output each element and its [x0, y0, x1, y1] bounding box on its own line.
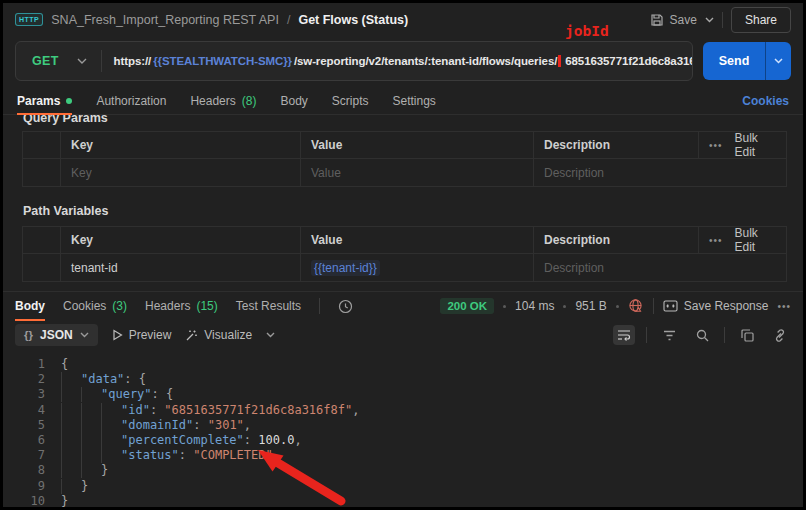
- code-token: "data": [81, 372, 124, 386]
- meta-separator-dot: [503, 305, 506, 308]
- save-button[interactable]: Save: [650, 13, 697, 27]
- bulk-edit-button[interactable]: Bulk Edit: [735, 226, 776, 254]
- line-number: 5: [3, 418, 61, 433]
- toolbar-divider: [646, 327, 647, 343]
- indent-guide: [61, 448, 81, 463]
- url-bar: GET https://{{STEALTHWATCH-SMC}}/sw-repo…: [15, 41, 693, 81]
- wrap-text-button[interactable]: [613, 325, 635, 345]
- code-line: 7"status": "COMPLETED": [3, 448, 803, 463]
- send-button[interactable]: Send: [703, 42, 765, 80]
- tab-params[interactable]: Params: [17, 88, 72, 114]
- bulk-edit-cell: ••• Bulk Edit: [699, 227, 786, 254]
- cookies-link[interactable]: Cookies: [742, 94, 789, 108]
- response-size[interactable]: 951 B: [575, 299, 606, 313]
- breadcrumb-separator: /: [287, 13, 290, 27]
- visualize-wand-icon: [185, 329, 198, 342]
- code-token: }: [61, 494, 68, 507]
- code-token: }: [81, 479, 88, 493]
- response-tab-test-results[interactable]: Test Results: [236, 292, 301, 320]
- bulk-edit-cell: ••• Bulk Edit: [699, 132, 786, 159]
- code-line: 8}: [3, 463, 803, 478]
- description-input[interactable]: Description: [534, 159, 786, 186]
- tab-authorization[interactable]: Authorization: [96, 88, 166, 114]
- history-icon[interactable]: [338, 299, 353, 314]
- copy-button[interactable]: [736, 325, 758, 345]
- line-number: 7: [3, 448, 61, 463]
- code-token: :: [179, 448, 193, 462]
- code-line: 4"id": "6851635771f21d6c8a316f8f",: [3, 403, 803, 418]
- visualize-button[interactable]: Visualize: [185, 328, 252, 342]
- filter-icon: [663, 330, 676, 341]
- more-options-icon[interactable]: •••: [709, 235, 723, 246]
- network-warning-icon[interactable]: [628, 298, 644, 314]
- wrap-text-icon: [617, 329, 631, 341]
- key-input[interactable]: Key: [61, 159, 301, 186]
- response-divider: [653, 298, 654, 314]
- bulk-edit-button[interactable]: Bulk Edit: [735, 131, 776, 159]
- visualize-chevron-icon[interactable]: [266, 332, 275, 338]
- status-badge[interactable]: 200 OK: [440, 298, 494, 314]
- response-tab-headers-label: Headers: [145, 299, 190, 313]
- code-token: {: [61, 357, 68, 371]
- code-tools: [613, 325, 791, 345]
- save-menu-chevron-icon[interactable]: [705, 17, 714, 23]
- response-tab-cookies[interactable]: Cookies (3): [63, 292, 127, 320]
- json-code[interactable]: 1{2"data": {3"query": {4"id": "685163577…: [3, 350, 803, 507]
- braces-icon: {}: [24, 329, 33, 341]
- response-tab-body[interactable]: Body: [15, 292, 45, 320]
- path-variable-value[interactable]: {{tenant-id}}: [301, 254, 534, 281]
- indent-guide: [101, 448, 121, 463]
- filter-button[interactable]: [658, 325, 680, 345]
- request-header: HTTP SNA_Fresh_Import_Reporting REST API…: [3, 3, 803, 36]
- save-label: Save: [670, 13, 697, 27]
- row-handle-cell: [23, 132, 61, 159]
- code-line-content: "data": {: [61, 372, 146, 386]
- code-line: 5"domainId": "301",: [3, 418, 803, 433]
- code-line-content: }: [61, 494, 68, 507]
- url-input[interactable]: https://{{STEALTHWATCH-SMC}}/sw-reportin…: [102, 55, 692, 67]
- search-button[interactable]: [691, 325, 713, 345]
- preview-button[interactable]: Preview: [112, 328, 172, 342]
- path-variable-key[interactable]: tenant-id: [61, 254, 301, 281]
- code-token: "domainId": [121, 418, 193, 432]
- response-time[interactable]: 104 ms: [515, 299, 554, 313]
- line-number: 4: [3, 403, 61, 418]
- response-more-icon[interactable]: •••: [777, 301, 791, 312]
- indent-guide: [61, 418, 81, 433]
- method-selector[interactable]: GET: [16, 54, 101, 68]
- save-response-button[interactable]: Save Response: [663, 299, 769, 313]
- share-button[interactable]: Share: [731, 7, 791, 33]
- tab-authorization-label: Authorization: [96, 94, 166, 108]
- meta-separator-dot: [616, 305, 619, 308]
- response-tab-headers[interactable]: Headers (15): [145, 292, 218, 320]
- tab-settings[interactable]: Settings: [393, 88, 436, 114]
- indent-guide: [81, 403, 101, 418]
- send-options-chevron[interactable]: [765, 42, 791, 80]
- tab-params-label: Params: [17, 94, 60, 108]
- code-token: "percentComplete": [121, 433, 244, 447]
- tab-body[interactable]: Body: [280, 88, 307, 114]
- description-input[interactable]: Description: [534, 254, 786, 281]
- params-active-dot: [66, 98, 72, 104]
- link-button[interactable]: [769, 325, 791, 345]
- more-options-icon[interactable]: •••: [709, 140, 723, 151]
- toolbar-divider: [724, 327, 725, 343]
- indent-guide: [61, 372, 81, 387]
- tab-scripts-label: Scripts: [332, 94, 369, 108]
- code-token: :: [193, 418, 207, 432]
- format-selector[interactable]: {} JSON: [15, 324, 98, 346]
- value-input[interactable]: Value: [301, 159, 534, 186]
- tab-headers-label: Headers: [190, 94, 235, 108]
- headers-count: (8): [242, 94, 257, 108]
- meta-separator-dot: [563, 305, 566, 308]
- preview-icon: [112, 329, 123, 341]
- breadcrumb-request-name: Get Flows (Status): [298, 13, 408, 27]
- tab-scripts[interactable]: Scripts: [332, 88, 369, 114]
- indent-guide: [61, 479, 81, 494]
- tab-headers[interactable]: Headers (8): [190, 88, 256, 114]
- code-line-content: "id": "6851635771f21d6c8a316f8f",: [61, 403, 359, 417]
- breadcrumb-collection[interactable]: SNA_Fresh_Import_Reporting REST API: [51, 13, 279, 27]
- response-tabs: Body Cookies (3) Headers (15) Test Resul…: [15, 292, 353, 320]
- indent-guide: [101, 433, 121, 448]
- indent-guide: [81, 418, 101, 433]
